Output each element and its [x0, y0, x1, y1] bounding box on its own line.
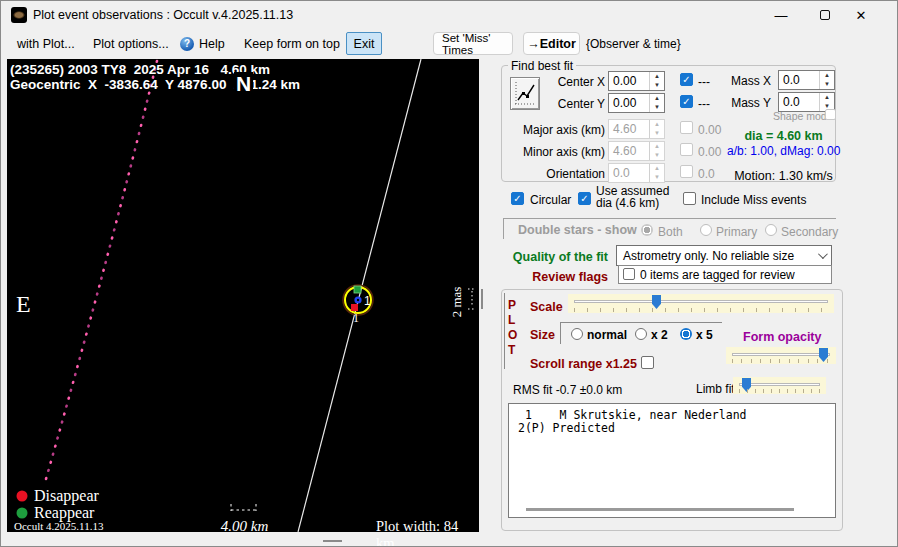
spin-up-icon: ▲	[650, 142, 664, 151]
plot-canvas[interactable]: 1 1 (235265) 2003 TY8 2025 Apr 16 4.60 k…	[7, 59, 479, 532]
reappear-marker	[354, 286, 361, 293]
help-icon[interactable]: ?	[180, 37, 194, 51]
minor-axis-spinner[interactable]: 4.60 ▲▼	[608, 141, 665, 161]
minor-axis-label: Minor axis (km)	[501, 145, 605, 159]
menu-plot-options[interactable]: Plot options...	[93, 37, 169, 51]
include-miss-checkbox[interactable]	[683, 192, 696, 205]
menu-keep-on-top[interactable]: Keep form on top	[244, 37, 340, 51]
spin-up-icon: ▲	[650, 120, 664, 129]
major-axis-label: Major axis (km)	[501, 123, 605, 137]
orientation-spinner[interactable]: 0.0 ▲▼	[608, 163, 665, 183]
app-window: Plot event observations : Occult v.4.202…	[0, 0, 898, 547]
orientation-checkbox[interactable]	[680, 165, 693, 178]
mas-scale-label: 2 mas	[449, 280, 465, 324]
quality-dropdown[interactable]: Astrometry only. No reliable size	[616, 245, 832, 266]
double-secondary-radio[interactable]	[765, 224, 777, 236]
close-icon: ✕	[856, 8, 867, 23]
limb-fit-ticks	[739, 389, 820, 393]
set-miss-times-button[interactable]: Set 'Miss' Times	[433, 32, 513, 55]
editor-button[interactable]: →Editor	[523, 32, 580, 55]
disappear-marker	[351, 304, 358, 311]
orientation-err: 0.0	[698, 167, 715, 181]
minimize-icon: —	[775, 8, 788, 23]
mas-scale-bracket	[468, 289, 476, 309]
use-assumed-checkbox[interactable]	[578, 192, 591, 205]
shape-model-checkbox[interactable]	[825, 109, 836, 120]
minor-axis-checkbox[interactable]	[680, 143, 693, 156]
circular-label: Circular	[530, 193, 571, 207]
spin-down-icon: ▼	[650, 151, 664, 160]
scale-slider-thumb[interactable]	[652, 295, 661, 309]
station-row-1[interactable]: 1 M Skrutskie, near Nederland	[518, 408, 746, 422]
center-x-spinner[interactable]: 0.00 ▲▼	[608, 71, 665, 91]
major-axis-spinner[interactable]: 4.60 ▲▼	[608, 119, 665, 139]
limb-fit-track	[739, 383, 820, 386]
plot-header-line1: (235265) 2003 TY8 2025 Apr 16 4.60 km	[10, 62, 270, 77]
size-x5-radio[interactable]	[680, 328, 692, 340]
major-axis-checkbox[interactable]	[680, 121, 693, 134]
exit-button[interactable]: Exit	[346, 32, 382, 55]
plot-vertical-scrollbar[interactable]	[481, 289, 483, 309]
limb-fit-slider[interactable]	[733, 377, 826, 394]
size-normal-radio[interactable]	[571, 328, 583, 340]
scroll-range-checkbox[interactable]	[641, 356, 654, 369]
scroll-range-label: Scroll range x1.25	[530, 357, 637, 371]
circular-checkbox[interactable]	[511, 192, 524, 205]
close-button[interactable]: ✕	[841, 1, 881, 29]
spin-down-icon: ▼	[650, 129, 664, 138]
minimize-button[interactable]: —	[761, 1, 801, 29]
rms-fit-label: RMS fit -0.7 ±0.0 km	[513, 383, 622, 397]
north-direction-label: N	[234, 72, 253, 96]
center-x-checkbox[interactable]	[680, 73, 693, 86]
plot-graphics: 1 1	[7, 59, 479, 532]
plot-header-line2: Geocentric X -3836.64 Y 4876.00 Z -1.24 …	[10, 77, 300, 92]
plot-width-label: Plot width: 84 km	[376, 518, 479, 547]
center-y-spinner[interactable]: 0.00 ▲▼	[608, 93, 665, 113]
stations-listbox[interactable]: 1 M Skrutskie, near Nederland 2(P) Predi…	[508, 403, 836, 518]
maximize-button[interactable]	[805, 1, 845, 29]
spin-up-icon[interactable]: ▲	[820, 93, 834, 102]
legend-disappear-dot	[17, 491, 28, 502]
size-x2-radio[interactable]	[635, 328, 647, 340]
center-y-checkbox[interactable]	[680, 95, 693, 108]
spin-down-icon[interactable]: ▼	[650, 81, 664, 90]
mass-x-spinner[interactable]: 0.0 ▲▼	[778, 70, 835, 90]
double-both-radio[interactable]	[641, 224, 653, 236]
motion-label: Motion: 1.30 km/s	[731, 169, 836, 183]
station-row-2[interactable]: 2(P) Predicted	[518, 421, 615, 435]
spin-down-icon[interactable]: ▼	[650, 103, 664, 112]
form-opacity-slider[interactable]	[726, 347, 836, 364]
ab-dmag-label: a/b: 1.00, dMag: 0.00	[727, 144, 839, 158]
size-group-border-top	[560, 322, 722, 323]
double-stars-label: Double stars - show	[518, 223, 637, 237]
spin-up-icon[interactable]: ▲	[650, 94, 664, 103]
menu-with-plot[interactable]: with Plot...	[17, 37, 75, 51]
form-opacity-track	[732, 353, 830, 356]
spin-up-icon: ▲	[650, 164, 664, 173]
mass-x-label: Mass X	[701, 74, 771, 88]
spin-up-icon[interactable]: ▲	[820, 71, 834, 80]
scale-slider-ticks	[574, 308, 828, 312]
app-icon	[11, 7, 27, 23]
quality-value: Astrometry only. No reliable size	[623, 249, 794, 263]
limb-fit-label: Limb fit	[696, 382, 735, 396]
review-flags-checkbox[interactable]	[623, 268, 635, 280]
double-both-label: Both	[658, 225, 683, 239]
east-direction-label: E	[16, 291, 31, 318]
double-primary-radio[interactable]	[700, 224, 712, 236]
scale-slider[interactable]	[568, 294, 834, 313]
plot-letter-l: L	[508, 313, 515, 327]
double-secondary-label: Secondary	[781, 225, 838, 239]
menu-help[interactable]: Help	[199, 37, 225, 51]
dotted-path-bright	[46, 61, 157, 479]
plot-horizontal-scrollbar[interactable]	[323, 540, 342, 542]
spin-down-icon[interactable]: ▼	[820, 80, 834, 89]
major-axis-err: 0.00	[698, 123, 721, 137]
size-x2-label: x 2	[651, 328, 668, 342]
scale-slider-track	[574, 300, 828, 303]
center-y-label: Center Y	[531, 97, 605, 111]
plot-version-label: Occult 4.2025.11.13	[14, 520, 103, 532]
spin-up-icon[interactable]: ▲	[650, 72, 664, 81]
listbox-scrollbar[interactable]	[526, 508, 794, 511]
km-scale-bracket	[231, 504, 256, 511]
